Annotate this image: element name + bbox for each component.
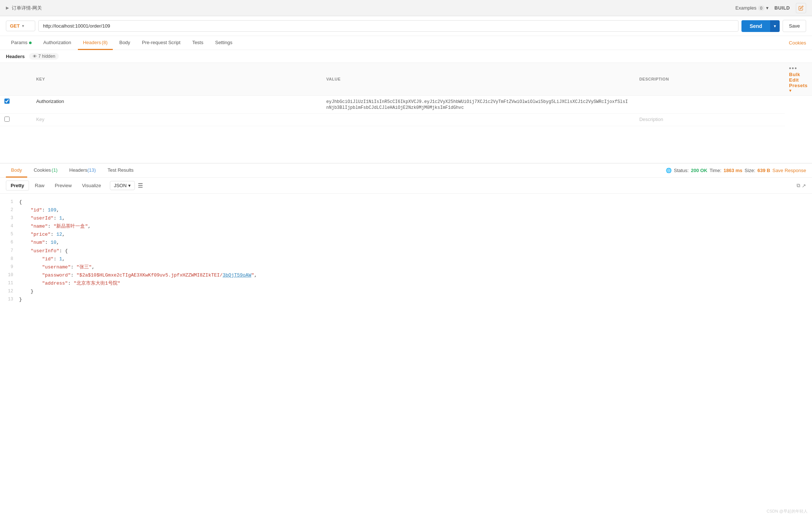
col-value: VALUE [322,63,635,96]
resp-tab-cookies[interactable]: Cookies(1) [29,164,63,178]
tab-settings[interactable]: Settings [210,36,237,50]
header-key: Authorization [36,99,64,104]
size-value: 639 B [758,168,770,173]
format-select[interactable]: JSON ▾ [110,181,135,190]
col-actions: ••• Bulk Edit Presets ▾ [785,63,812,96]
fmt-visualize[interactable]: Visualize [78,181,105,190]
json-line-7: 7 "userInfo": { [6,247,806,255]
json-line-1: 1{ [6,198,806,206]
row-checkbox[interactable] [4,99,10,104]
tab-pre-request[interactable]: Pre-request Script [137,36,186,50]
expand-arrow-icon: ▶ [6,6,9,10]
response-section: Body Cookies(1) Headers(13) Test Results… [0,163,812,308]
tab-authorization[interactable]: Authorization [38,36,76,50]
hidden-count: 7 hidden [38,54,55,59]
method-label: GET [10,23,20,29]
json-body: 1{ 2 "id": 109, 3 "userId": 1, 4 "name":… [0,194,812,308]
headers-title: Headers [6,54,25,59]
status-label: Status: [674,168,689,173]
save-response-button[interactable]: Save Response [772,168,806,173]
header-value: eyJhbGciOiJlUzI1NiIsInR5cCI6IkpXVCJ9.eyJ… [326,99,628,110]
expand-icon[interactable]: ↗ [802,183,806,189]
tab-tests[interactable]: Tests [187,36,208,50]
json-line-9: 9 "username": "张三", [6,263,806,271]
tab-params[interactable]: Params [6,36,37,50]
globe-icon[interactable]: 🌐 [666,168,672,173]
status-value: 200 OK [691,168,707,173]
row-checkbox[interactable] [4,117,10,122]
json-line-6: 6 "num": 10, [6,239,806,247]
url-bar: GET ▾ Send ▾ Save [0,16,812,36]
copy-icon[interactable]: ⧉ [797,182,800,189]
examples-label: Examples [736,5,757,11]
table-row: Key Description [0,114,812,126]
tab-body[interactable]: Body [114,36,136,50]
method-chevron-icon: ▾ [22,24,24,28]
bulk-edit-button[interactable]: Bulk Edit [789,72,800,83]
top-bar-actions: Examples 0 ▾ BUILD [736,3,806,13]
fmt-pretty[interactable]: Pretty [6,181,29,190]
json-line-10: 10 "password": "$2a$10$HLGmxe2cTIgAE3XKw… [6,271,806,279]
json-line-3: 3 "userId": 1, [6,214,806,222]
table-row: Authorization eyJhbGciOiJlUzI1NiIsInR5cC… [0,96,812,114]
headers-title-bar: Headers 👁 7 hidden [0,50,812,63]
response-meta: 🌐 Status: 200 OK Time: 1863 ms Size: 639… [666,168,806,173]
json-line-8: 8 "id": 1, [6,255,806,263]
request-tabs: Params Authorization Headers(8) Body Pre… [0,36,812,50]
headers-table: KEY VALUE DESCRIPTION ••• Bulk Edit Pres… [0,63,812,126]
hidden-badge[interactable]: 👁 7 hidden [29,53,59,60]
resp-tab-test-results[interactable]: Test Results [103,164,139,178]
json-line-5: 5 "price": 12, [6,231,806,239]
resp-tab-body[interactable]: Body [6,164,27,178]
eye-icon: 👁 [33,54,37,58]
send-button[interactable]: Send [741,20,770,32]
json-line-2: 2 "id": 109, [6,206,806,214]
format-chevron-icon: ▾ [128,183,131,188]
cookies-link[interactable]: Cookies [789,40,806,46]
top-bar: ▶ 订单详情-网关 Examples 0 ▾ BUILD [0,0,812,16]
url-input[interactable] [38,20,739,32]
filter-icon[interactable]: ☰ [138,182,143,189]
response-tabs: Body Cookies(1) Headers(13) Test Results… [0,164,812,178]
edit-icon[interactable] [796,3,806,13]
save-button[interactable]: Save [783,20,806,32]
send-dropdown-button[interactable]: ▾ [770,20,780,32]
presets-button[interactable]: Presets [789,83,808,88]
examples-count: 0 [758,6,765,11]
header-desc-placeholder: Description [639,117,663,122]
fmt-raw[interactable]: Raw [30,181,49,190]
format-bar: Pretty Raw Preview Visualize JSON ▾ ☰ ⧉ … [0,178,812,194]
header-key-placeholder: Key [36,117,44,122]
json-line-12: 12 } [6,288,806,296]
size-label: Size: [745,168,755,173]
format-label: JSON [114,183,127,188]
method-select[interactable]: GET ▾ [6,21,35,31]
time-value: 1863 ms [723,168,742,173]
more-icon[interactable]: ••• [789,65,798,71]
page-title: 订单详情-网关 [12,5,42,11]
presets-chevron-icon: ▾ [789,88,792,93]
resp-tab-headers[interactable]: Headers(13) [64,164,101,178]
chevron-down-icon: ▾ [766,5,769,11]
fmt-preview[interactable]: Preview [50,181,76,190]
time-label: Time: [709,168,721,173]
json-line-13: 13} [6,296,806,304]
empty-space [0,126,812,163]
col-key: KEY [32,63,322,96]
build-button[interactable]: BUILD [775,5,790,11]
col-description: DESCRIPTION [635,63,785,96]
examples-button[interactable]: Examples 0 ▾ [736,5,769,11]
send-btn-group: Send ▾ [741,20,780,32]
json-line-4: 4 "name": "新品茶叶一盒", [6,222,806,231]
breadcrumb: ▶ 订单详情-网关 [6,5,42,11]
headers-section: Headers 👁 7 hidden KEY VALUE DESCRIPTION… [0,50,812,126]
tab-headers[interactable]: Headers(8) [78,36,113,50]
json-line-11: 11 "address": "北京市东大街1号院" [6,279,806,288]
